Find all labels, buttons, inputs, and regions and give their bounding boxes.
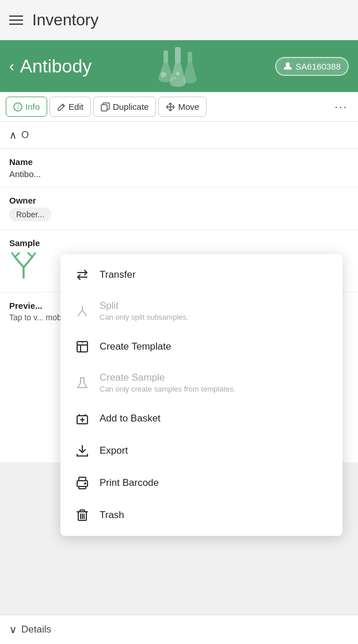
dropdown-item-add-basket[interactable]: Add to Basket: [60, 402, 342, 435]
dropdown-item-create-sample-label: Create Sample: [100, 372, 235, 384]
dropdown-item-trash[interactable]: Trash: [60, 499, 342, 531]
svg-point-1: [161, 72, 166, 78]
svg-rect-2: [175, 47, 181, 63]
top-navigation: Inventory: [0, 0, 358, 40]
owner-field: Owner Rober...: [0, 187, 358, 230]
export-icon: [74, 444, 90, 458]
create-sample-icon: [74, 376, 90, 390]
svg-line-12: [24, 257, 32, 267]
header-left-group: ‹ Antibody: [9, 56, 92, 77]
name-value: Antibo...: [9, 169, 349, 179]
dropdown-item-create-sample-subtitle: Can only create samples from templates.: [100, 385, 235, 393]
owner-label: Owner: [9, 195, 349, 205]
sample-label: Sample: [9, 238, 349, 248]
back-button[interactable]: ‹: [9, 57, 14, 75]
user-badge-label: SA6160388: [296, 62, 341, 71]
basket-icon: [74, 412, 90, 425]
action-toolbar: i Info Edit Duplicate Move ···: [0, 92, 358, 122]
tab-bar: ∧ O: [0, 122, 358, 149]
svg-point-6: [285, 63, 290, 67]
dropdown-item-split-subtitle: Can only split subsamples.: [100, 313, 189, 321]
dropdown-item-transfer-label: Transfer: [100, 269, 136, 281]
menu-button[interactable]: [9, 16, 23, 25]
edit-button[interactable]: Edit: [49, 97, 91, 117]
dropdown-item-add-basket-label: Add to Basket: [100, 413, 161, 424]
dropdown-item-split-label: Split: [100, 300, 189, 312]
name-field: Name Antibo...: [0, 149, 358, 187]
svg-rect-0: [163, 51, 168, 63]
more-button-label: ···: [334, 100, 348, 113]
svg-text:T: T: [81, 342, 83, 345]
user-badge[interactable]: SA6160388: [275, 57, 349, 76]
info-button-label: Info: [25, 102, 40, 112]
dropdown-item-create-template-label: Create Template: [100, 341, 171, 352]
dropdown-item-export[interactable]: Export: [60, 435, 342, 467]
move-button[interactable]: Move: [158, 97, 207, 117]
info-button[interactable]: i Info: [6, 97, 47, 117]
name-label: Name: [9, 157, 349, 167]
details-bar[interactable]: ∨ Details: [0, 615, 358, 644]
trash-icon: [74, 508, 90, 522]
overview-tab[interactable]: O: [21, 129, 29, 141]
template-icon: T: [74, 340, 90, 354]
details-label: Details: [21, 624, 51, 635]
svg-line-11: [15, 257, 24, 267]
dropdown-item-create-sample: Create Sample Can only create samples fr…: [60, 363, 342, 402]
details-collapse-button[interactable]: ∨: [9, 623, 17, 636]
app-title: Inventory: [32, 11, 98, 29]
svg-rect-29: [79, 486, 86, 489]
page-title: Antibody: [20, 56, 92, 77]
dropdown-item-trash-label: Trash: [100, 509, 124, 521]
more-button[interactable]: ···: [330, 98, 352, 116]
svg-rect-3: [188, 52, 192, 63]
section-header: ‹ Antibody SA6160388: [0, 40, 358, 92]
print-icon: [74, 476, 90, 490]
dropdown-item-create-template[interactable]: T Create Template: [60, 331, 342, 363]
owner-value: Rober...: [9, 208, 51, 221]
duplicate-button-label: Duplicate: [113, 102, 149, 112]
transfer-icon: [74, 268, 90, 282]
svg-point-4: [176, 72, 180, 75]
dropdown-item-print-barcode-label: Print Barcode: [100, 477, 159, 489]
dropdown-item-transfer[interactable]: Transfer: [60, 259, 342, 291]
dropdown-menu: Transfer Split Can only split subsamples…: [60, 254, 342, 536]
content-area: ∧ O Name Antibo... Owner Rober... Sample: [0, 122, 358, 462]
edit-button-label: Edit: [68, 102, 83, 112]
svg-text:i: i: [17, 104, 18, 110]
collapse-button[interactable]: ∧: [9, 129, 17, 141]
dropdown-item-split: Split Can only split subsamples.: [60, 291, 342, 331]
svg-line-16: [32, 253, 35, 257]
svg-rect-9: [101, 105, 107, 111]
svg-point-30: [85, 483, 86, 484]
split-icon: [74, 304, 90, 318]
move-button-label: Move: [178, 102, 199, 112]
dropdown-item-print-barcode[interactable]: Print Barcode: [60, 467, 342, 499]
dropdown-item-export-label: Export: [100, 445, 128, 457]
svg-point-5: [174, 77, 176, 79]
svg-line-14: [15, 253, 19, 257]
header-illustration: [153, 45, 205, 88]
duplicate-button[interactable]: Duplicate: [93, 97, 157, 117]
